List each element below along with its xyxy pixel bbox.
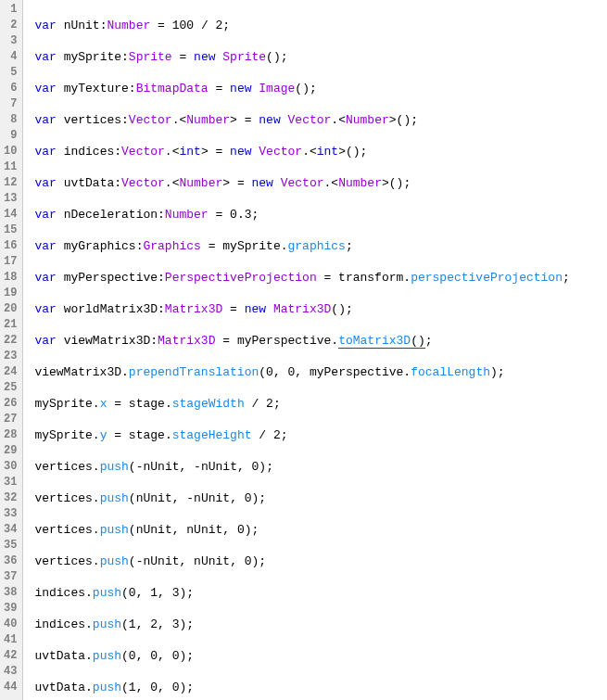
- line-number: 36: [4, 554, 17, 569]
- line-number: 1: [4, 2, 17, 18]
- line-number: 12: [4, 175, 17, 191]
- line-number: 23: [4, 349, 17, 364]
- code-line: var worldMatrix3D:Matrix3D = new Matrix3…: [34, 301, 607, 317]
- code-line: vertices.push(-nUnit, nUnit, 0);: [34, 554, 607, 569]
- line-number: 7: [4, 96, 17, 112]
- line-number: 5: [4, 65, 17, 81]
- code-line: viewMatrix3D.prependTranslation(0, 0, my…: [34, 364, 607, 380]
- code-line: var viewMatrix3D:Matrix3D = myPerspectiv…: [34, 333, 607, 349]
- line-number: 9: [4, 128, 17, 144]
- code-line: var myTexture:BitmapData = new Image();: [34, 81, 607, 96]
- line-number: 16: [4, 238, 17, 254]
- line-number: 11: [4, 159, 17, 175]
- code-line: var myGraphics:Graphics = mySprite.graph…: [34, 238, 607, 254]
- code-editor: 1 2 3 4 5 6 7 8 9 10 11 12 13 14 15 16 1…: [0, 0, 607, 700]
- line-number: 24: [4, 364, 17, 380]
- line-number: 13: [4, 191, 17, 207]
- line-number: 25: [4, 380, 17, 396]
- line-number: 41: [4, 632, 17, 648]
- code-line: mySprite.x = stage.stageWidth / 2;: [34, 396, 607, 412]
- line-number: 21: [4, 317, 17, 333]
- line-number: 17: [4, 254, 17, 270]
- line-number: 34: [4, 522, 17, 538]
- line-number: 27: [4, 412, 17, 427]
- line-number: 19: [4, 286, 17, 301]
- line-number: 43: [4, 664, 17, 680]
- line-number: 33: [4, 506, 17, 522]
- code-area[interactable]: var nUnit:Number = 100 / 2; var mySprite…: [23, 0, 607, 700]
- line-number: 4: [4, 49, 17, 65]
- code-line: indices.push(0, 1, 3);: [34, 585, 607, 601]
- underlined-tomatrix3d: toMatrix3D: [338, 334, 411, 349]
- line-number-gutter: 1 2 3 4 5 6 7 8 9 10 11 12 13 14 15 16 1…: [0, 0, 23, 700]
- line-number: 26: [4, 396, 17, 412]
- line-number: 3: [4, 33, 17, 49]
- line-number: 20: [4, 301, 17, 317]
- code-line: vertices.push(nUnit, -nUnit, 0);: [34, 490, 607, 506]
- line-number: 35: [4, 538, 17, 554]
- line-number: 10: [4, 144, 17, 159]
- line-number: 2: [4, 18, 17, 33]
- line-number: 42: [4, 648, 17, 664]
- code-line: vertices.push(nUnit, nUnit, 0);: [34, 522, 607, 538]
- code-line: indices.push(1, 2, 3);: [34, 617, 607, 632]
- code-line: var mySprite:Sprite = new Sprite();: [34, 49, 607, 65]
- line-number: 32: [4, 490, 17, 506]
- code-line: uvtData.push(1, 0, 0);: [34, 680, 607, 695]
- line-number: 44: [4, 680, 17, 695]
- code-line: var nDeceleration:Number = 0.3;: [34, 207, 607, 223]
- line-number: 6: [4, 81, 17, 96]
- code-line: uvtData.push(0, 0, 0);: [34, 648, 607, 664]
- code-line: var vertices:Vector.<Number> = new Vecto…: [34, 112, 607, 128]
- line-number: 30: [4, 459, 17, 475]
- line-number: 14: [4, 207, 17, 223]
- code-line: var uvtData:Vector.<Number> = new Vector…: [34, 175, 607, 191]
- line-number: 8: [4, 112, 17, 128]
- code-line: var indices:Vector.<int> = new Vector.<i…: [34, 144, 607, 159]
- line-number: 18: [4, 270, 17, 286]
- line-number: 31: [4, 475, 17, 490]
- code-line: mySprite.y = stage.stageHeight / 2;: [34, 427, 607, 443]
- line-number: 29: [4, 443, 17, 459]
- line-number: 15: [4, 223, 17, 238]
- line-number: 22: [4, 333, 17, 349]
- line-number: 39: [4, 601, 17, 617]
- line-number: 40: [4, 617, 17, 632]
- line-number: 28: [4, 427, 17, 443]
- line-number: 38: [4, 585, 17, 601]
- code-line: var myPerspective:PerspectiveProjection …: [34, 270, 607, 286]
- code-line: var nUnit:Number = 100 / 2;: [34, 18, 607, 33]
- code-line: vertices.push(-nUnit, -nUnit, 0);: [34, 459, 607, 475]
- line-number: 37: [4, 569, 17, 585]
